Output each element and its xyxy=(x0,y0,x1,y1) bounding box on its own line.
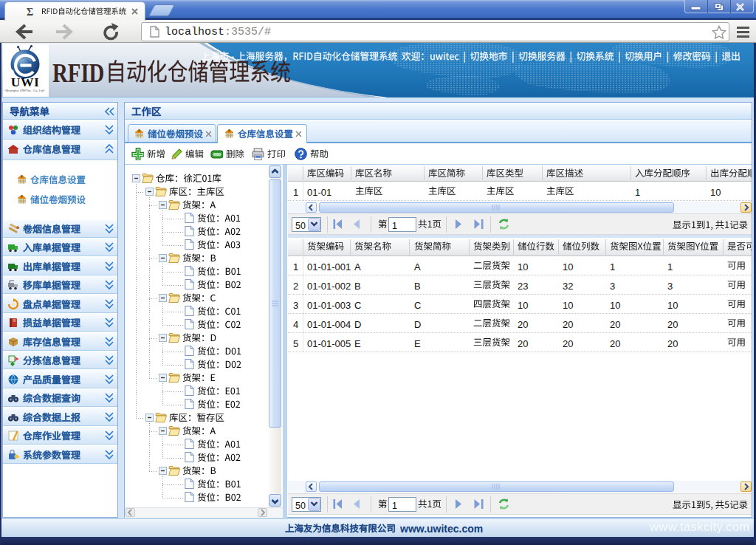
svg-text:UWI: UWI xyxy=(11,75,39,89)
svg-text:~Shanghai UWITec, Co.,Ltd~: ~Shanghai UWITec, Co.,Ltd~ xyxy=(4,89,46,92)
